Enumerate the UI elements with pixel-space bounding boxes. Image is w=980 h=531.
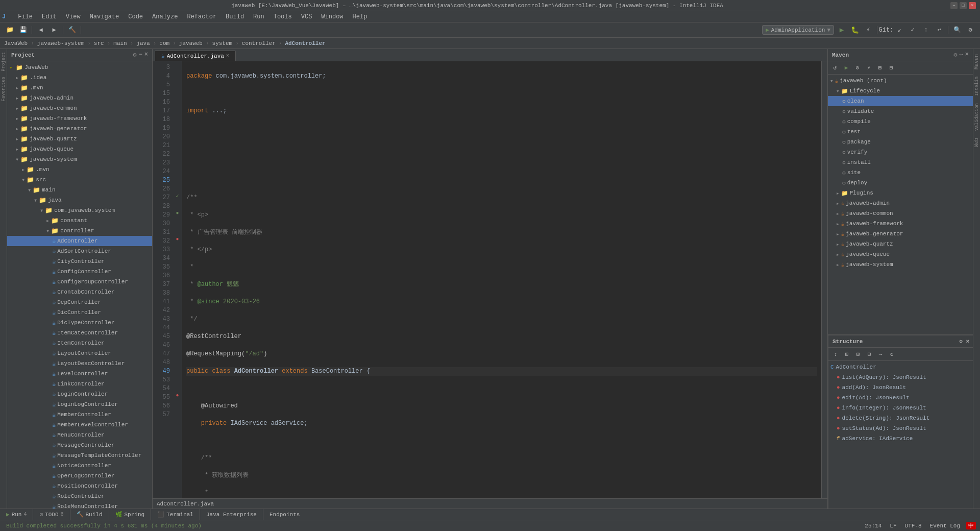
- build-btn[interactable]: 🔨: [66, 25, 78, 36]
- maven-item-admin[interactable]: ▸ ☕ javaweb-admin: [828, 198, 973, 208]
- build-status[interactable]: Build completed successfully in 4 s 631 …: [4, 523, 204, 529]
- list-item[interactable]: ▸ 📁 .mvn: [7, 83, 152, 93]
- crumb-system2[interactable]: system: [210, 40, 235, 47]
- menu-build[interactable]: Build: [222, 12, 248, 21]
- settings-btn[interactable]: ⚙: [965, 25, 976, 36]
- structure-item-method-add[interactable]: ● add(Ad): JsonResult: [828, 382, 973, 393]
- code-content[interactable]: package com.javaweb.system.controller; i…: [182, 61, 821, 498]
- maven-item-framework[interactable]: ▸ ☕ javaweb-framework: [828, 219, 973, 229]
- maven-item-site[interactable]: ⚙ site: [828, 167, 973, 178]
- list-item[interactable]: ▸ 📁 javaweb-generator: [7, 124, 152, 134]
- structure-filter-btn[interactable]: ⊞: [842, 349, 852, 359]
- menu-analyze[interactable]: Analyze: [148, 12, 182, 21]
- menu-refactor[interactable]: Refactor: [183, 12, 220, 21]
- maven-settings-icon[interactable]: ⚙: [953, 51, 957, 59]
- maven-item-plugins[interactable]: ▸ 📁 Plugins: [828, 188, 973, 198]
- tab-close-btn[interactable]: ×: [226, 53, 229, 59]
- maximize-button[interactable]: □: [960, 2, 967, 9]
- list-item[interactable]: ☕ OperLogController: [7, 471, 152, 481]
- menu-navigate[interactable]: Navigate: [86, 12, 124, 21]
- crumb-src[interactable]: src: [92, 40, 106, 47]
- structure-expand-btn[interactable]: ⊞: [853, 349, 863, 359]
- structure-settings-icon[interactable]: ⚙: [959, 339, 963, 345]
- menu-vcs[interactable]: VCS: [297, 12, 316, 21]
- menu-edit[interactable]: Edit: [38, 12, 61, 21]
- maven-skip-test-btn[interactable]: ⚡: [864, 63, 874, 73]
- editor-tab-adcontroller[interactable]: ☕ AdController.java ×: [155, 51, 236, 61]
- back-btn[interactable]: ◀: [35, 25, 46, 36]
- maven-item-common[interactable]: ▸ ☕ javaweb-common: [828, 208, 973, 219]
- maven-item-package[interactable]: ⚙ package: [828, 137, 973, 147]
- list-item[interactable]: ▾ 📁 main: [7, 185, 152, 195]
- maven-expand-all-btn[interactable]: ⊞: [875, 63, 885, 73]
- tree-item-adcontroller[interactable]: ☕ AdController: [7, 236, 152, 246]
- maven-reload-btn[interactable]: ↺: [830, 63, 840, 73]
- maven-expand-icon[interactable]: ↔: [960, 51, 963, 59]
- list-item[interactable]: ☕ DicTypeController: [7, 318, 152, 328]
- maven-collapse-all-btn[interactable]: ⊟: [886, 63, 896, 73]
- menu-view[interactable]: View: [62, 12, 85, 21]
- rollback-btn[interactable]: ↩: [934, 25, 945, 36]
- menu-code[interactable]: Code: [124, 12, 147, 21]
- list-item[interactable]: ☕ LoginController: [7, 389, 152, 399]
- debug-btn[interactable]: 🐛: [849, 25, 861, 36]
- structure-close-icon[interactable]: ×: [966, 339, 969, 345]
- list-item[interactable]: ▸ 📁 javaweb-quartz: [7, 134, 152, 144]
- list-item[interactable]: ☕ MessageController: [7, 440, 152, 450]
- maven-item-compile[interactable]: ⚙ compile: [828, 116, 973, 127]
- project-collapse-icon[interactable]: −: [139, 51, 142, 59]
- maven-item-clean[interactable]: ⚙ clean: [828, 96, 973, 106]
- list-item[interactable]: ▾ 📁 java: [7, 195, 152, 205]
- save-btn[interactable]: 💾: [17, 25, 29, 36]
- vcs-commit-btn[interactable]: ✓: [907, 25, 918, 36]
- crumb-adcontroller[interactable]: AdController: [283, 40, 327, 47]
- maven-item-lifecycle[interactable]: ▾ 📁 Lifecycle: [828, 86, 973, 96]
- list-item[interactable]: ☕ CrontabController: [7, 287, 152, 297]
- structure-item-method-list[interactable]: ● list(AdQuery): JsonResult: [828, 372, 973, 382]
- list-item[interactable]: ☕ CityController: [7, 256, 152, 267]
- structure-item-method-delete[interactable]: ● delete(String): JsonResult: [828, 413, 973, 423]
- maven-item-system[interactable]: ▸ ☕ javaweb-system: [828, 259, 973, 270]
- list-item[interactable]: ▸ 📁 .mvn: [7, 164, 152, 175]
- vcs-push-btn[interactable]: ↑: [920, 25, 932, 36]
- cursor-position[interactable]: 25:14: [863, 523, 884, 529]
- maven-item-quartz[interactable]: ▸ ☕ javaweb-quartz: [828, 239, 973, 249]
- maven-item-queue[interactable]: ▸ ☕ javaweb-queue: [828, 249, 973, 259]
- vcs-update-btn[interactable]: ↙: [894, 25, 905, 36]
- bottom-tab-javaee[interactable]: Java Enterprise: [200, 509, 263, 520]
- project-side-tab[interactable]: Project: [1, 50, 7, 74]
- crumb-system[interactable]: javaweb-system: [35, 40, 86, 47]
- maven-item-verify[interactable]: ⚙ verify: [828, 147, 973, 157]
- bottom-tab-run[interactable]: ▶ Run 4: [0, 509, 33, 520]
- crumb-javaweb[interactable]: JavaWeb: [2, 40, 30, 47]
- list-item[interactable]: ▸ 📁 javaweb-admin: [7, 93, 152, 103]
- list-item[interactable]: ☕ LoginLogController: [7, 399, 152, 409]
- maven-side-tab[interactable]: Maven: [973, 51, 980, 73]
- structure-item-field-adservice[interactable]: f adService: IAdService: [828, 433, 973, 444]
- structure-autoscroll-btn[interactable]: ↻: [887, 349, 897, 359]
- favorites-side-tab[interactable]: Favorites: [1, 75, 7, 104]
- run-config-selector[interactable]: ▶ AdminApplication ▼: [762, 25, 834, 35]
- structure-item-method-info[interactable]: ● info(Integer): JsonResult: [828, 403, 973, 413]
- open-file-btn[interactable]: 📁: [4, 25, 15, 36]
- list-item[interactable]: ▸ 📁 javaweb-queue: [7, 144, 152, 154]
- list-item[interactable]: ☕ NoticeController: [7, 461, 152, 471]
- list-item[interactable]: ☕ ConfigController: [7, 267, 152, 277]
- tree-root[interactable]: ▾ 📁 JavaWeb: [7, 62, 152, 73]
- list-item[interactable]: ▸ 📁 constant: [7, 215, 152, 226]
- list-item[interactable]: ☕ AdSortController: [7, 246, 152, 256]
- list-item[interactable]: ▸ 📁 javaweb-framework: [7, 113, 152, 124]
- list-item[interactable]: ☕ PositionController: [7, 481, 152, 491]
- structure-navigate-btn[interactable]: →: [875, 349, 886, 359]
- list-item[interactable]: ☕ DicController: [7, 307, 152, 318]
- list-item[interactable]: ☕ DepController: [7, 297, 152, 307]
- crumb-java[interactable]: java: [134, 40, 152, 47]
- list-item[interactable]: ☕ LinkController: [7, 379, 152, 389]
- list-item[interactable]: ▾ 📁 controller: [7, 226, 152, 236]
- list-item[interactable]: ☕ MemberLevelController: [7, 420, 152, 430]
- list-item[interactable]: ☕ LevelController: [7, 369, 152, 379]
- bottom-tab-build[interactable]: 🔨 Build: [70, 509, 109, 520]
- crumb-javaweb2[interactable]: javaweb: [177, 40, 205, 47]
- bottom-tab-todo[interactable]: ☑ TODO 6: [33, 509, 70, 520]
- list-item[interactable]: ▸ 📁 .idea: [7, 73, 152, 83]
